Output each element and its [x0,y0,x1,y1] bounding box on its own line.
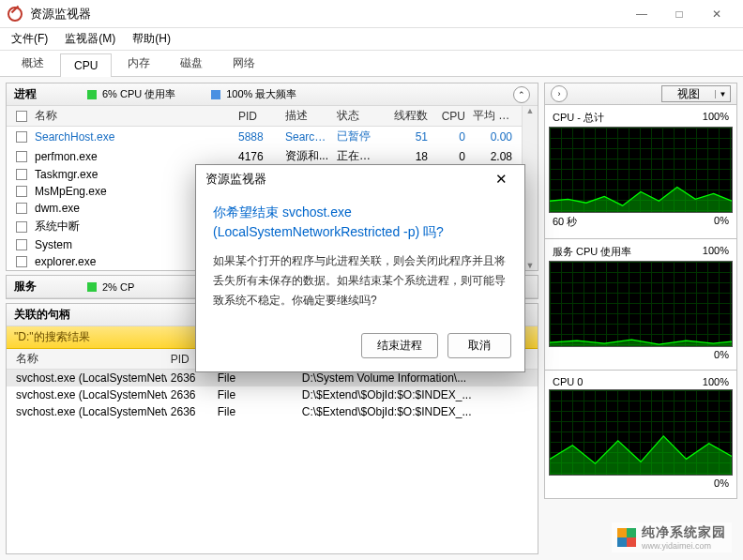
tab-network[interactable]: 网络 [219,50,269,76]
proc-name: dwm.exe [35,202,80,215]
close-button[interactable]: ✕ [698,1,735,27]
row-checkbox[interactable] [16,256,27,267]
dialog-heading: 你希望结束 svchost.exe (LocalSystemNetworkRes… [213,203,508,242]
processes-columns: 名称 PID 描述 状态 线程数 CPU 平均 C... [7,106,522,127]
col-status[interactable]: 状态 [333,108,385,124]
col-pid[interactable]: PID [235,110,281,123]
graph-title: CPU - 总计 [553,111,604,125]
processes-title: 进程 [14,86,52,102]
blue-square-icon [211,90,220,99]
row-checkbox[interactable] [16,221,27,233]
proc-status: 已暂停 [333,129,385,144]
row-checkbox[interactable] [16,169,27,180]
tab-overview[interactable]: 概述 [8,50,58,76]
processes-header[interactable]: 进程 6% CPU 使用率 100% 最大频率 ⌃ [7,83,538,106]
handle-type: File [214,405,298,418]
proc-avg: 0.00 [469,130,516,144]
col-cpu[interactable]: CPU [432,110,469,123]
handle-name: svchost.exe (LocalSystemNetw... [12,388,167,401]
dialog-close-button[interactable]: ✕ [488,169,515,189]
proc-status: 正在运行 [333,148,385,164]
row-checkbox[interactable] [16,186,27,197]
menu-monitor[interactable]: 监视器(M) [61,29,119,49]
proc-name: Taskmgr.exe [35,168,98,181]
confirm-dialog: 资源监视器 ✕ 你希望结束 svchost.exe (LocalSystemNe… [195,164,525,372]
graph-title: 服务 CPU 使用率 [553,245,631,259]
window-title: 资源监视器 [30,6,623,23]
graph-title: CPU 0 [553,376,583,387]
menu-bar: 文件(F) 监视器(M) 帮助(H) [0,28,743,51]
row-checkbox[interactable] [16,239,27,250]
handle-pid: 2636 [167,388,214,401]
proc-name: explorer.exe [35,255,96,268]
end-process-button[interactable]: 结束进程 [361,333,438,358]
watermark: 纯净系统家园 www.yidaimei.com [612,522,732,552]
menu-help[interactable]: 帮助(H) [129,29,174,49]
proc-desc: Search... [281,130,333,144]
proc-desc: 资源和... [281,148,333,164]
graph-box: 服务 CPU 使用率100%0% [544,239,737,371]
watermark-brand: 纯净系统家园 [642,524,726,541]
proc-name: 系统中断 [35,219,80,235]
minimize-button[interactable]: — [623,1,660,27]
proc-name: MsMpEng.exe [35,185,107,198]
dialog-titlebar: 资源监视器 ✕ [196,165,524,193]
tab-disk[interactable]: 磁盘 [166,50,217,76]
col-avg[interactable]: 平均 C... [469,108,516,124]
col-name[interactable]: 名称 [35,108,57,124]
proc-cpu: 0 [432,130,469,144]
title-bar: 资源监视器 — □ ✕ [0,0,743,28]
row-checkbox[interactable] [16,131,27,143]
proc-name: SearchHost.exe [35,130,114,144]
green-square-icon [87,90,97,99]
cancel-button[interactable]: 取消 [447,333,511,358]
processes-cpu-usage: 6% CPU 使用率 [87,87,175,101]
services-cpu: 2% CP [87,281,134,293]
graph-max: 100% [703,376,729,387]
watermark-logo-icon [617,528,636,547]
graph-max: 100% [703,245,729,259]
tab-bar: 概述 CPU 内存 磁盘 网络 [0,51,743,77]
handles-title: 关联的句柄 [14,307,70,323]
processes-max-freq: 100% 最大频率 [211,87,296,101]
col-threads[interactable]: 线程数 [385,108,432,124]
cpu-graph [549,261,733,347]
row-checkbox[interactable] [16,151,27,162]
proc-avg: 2.08 [469,150,516,163]
graphs-container: CPU - 总计100%60 秒0%服务 CPU 使用率100%0%CPU 01… [544,105,737,499]
maximize-button[interactable]: □ [660,1,698,27]
tab-memory[interactable]: 内存 [114,50,164,76]
process-row[interactable]: SearchHost.exe5888Search...已暂停5100.00 [7,127,522,146]
handle-path: D:\$Extend\$ObjId:$O:$INDEX_... [298,388,532,401]
col-desc[interactable]: 描述 [281,108,333,124]
graph-footer-right: 0% [714,215,729,229]
chevron-down-icon: ▼ [715,90,730,98]
handle-type: File [214,371,298,385]
view-label: 视图 [662,86,715,102]
services-title: 服务 [14,279,52,295]
proc-cpu: 0 [432,150,469,163]
handle-path: D:\System Volume Information\... [298,371,532,385]
view-dropdown[interactable]: 视图 ▼ [661,85,731,102]
menu-file[interactable]: 文件(F) [8,29,52,49]
row-checkbox[interactable] [16,203,27,214]
cpu-graph [549,127,733,213]
process-row[interactable]: perfmon.exe4176资源和...正在运行1802.08 [7,146,522,166]
handles-rows: svchost.exe (LocalSystemNetw...2636FileD… [7,370,538,553]
green-square-icon [87,282,97,292]
hcol-name[interactable]: 名称 [12,351,167,367]
tab-cpu[interactable]: CPU [60,53,112,77]
right-header: › 视图 ▼ [544,83,737,105]
graph-footer-right: 0% [714,477,729,489]
handle-row[interactable]: svchost.exe (LocalSystemNetw...2636FileC… [7,403,538,420]
handle-name: svchost.exe (LocalSystemNetw... [12,405,167,418]
collapse-processes-button[interactable]: ⌃ [513,86,530,103]
select-all-checkbox[interactable] [16,111,27,122]
graph-footer-right: 0% [714,349,729,360]
graph-max: 100% [703,111,729,125]
handle-type: File [214,388,298,401]
handle-pid: 2636 [167,405,214,418]
proc-pid: 4176 [235,150,281,163]
handle-row[interactable]: svchost.exe (LocalSystemNetw...2636FileD… [7,386,538,403]
collapse-right-button[interactable]: › [551,85,568,102]
